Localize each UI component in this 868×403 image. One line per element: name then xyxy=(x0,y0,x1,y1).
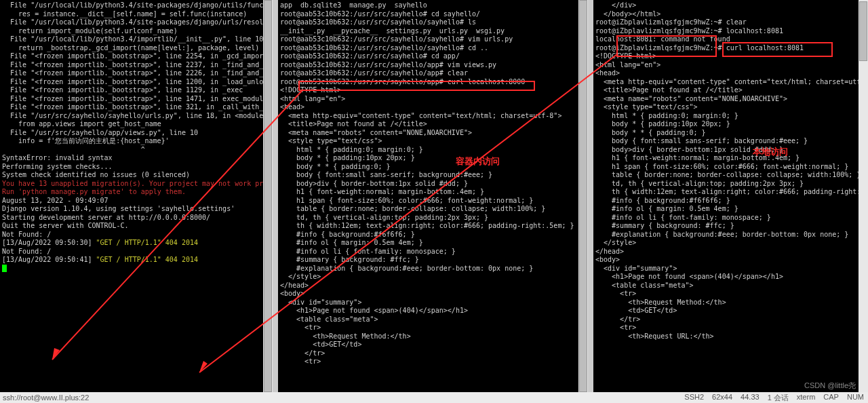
mid-line-3: __init__.py __pycache__ settings.py urls… xyxy=(280,27,586,36)
right-line-11: <title>Page not found at /</title> xyxy=(595,86,866,95)
status-num: NUM xyxy=(847,393,864,403)
scrollbar-right[interactable] xyxy=(859,0,868,392)
right-line-3: root@iZbplavlizmlqsfgjmc9hwZ:~# localhos… xyxy=(595,27,866,36)
left-line-8: File "<frozen importlib._bootstrap>", li… xyxy=(2,69,271,78)
mid-line-28: #info { background:#f6f6f6; } xyxy=(280,231,586,239)
right-line-20: h1 span { font-size:60%; color:#666; fon… xyxy=(595,163,866,172)
mid-line-4: root@aab53c10b632:/usr/src/sayhello/sayh… xyxy=(280,35,586,44)
left-line-19: Performing system checks... xyxy=(2,163,271,172)
mid-line-25: table { border:none; border-collapse: co… xyxy=(280,205,586,214)
mid-line-11: <!DOCTYPE html> xyxy=(280,86,586,95)
mid-line-39: <tr> xyxy=(280,324,586,332)
left-post-3: Starting development server at http://0.… xyxy=(2,214,271,223)
mid-line-15: <title>Page not found at /</title> xyxy=(280,120,586,129)
mid-line-35: <body> xyxy=(280,290,586,299)
left-line-7: File "<frozen importlib._bootstrap>", li… xyxy=(2,61,271,70)
status-sess: 1 会话 xyxy=(768,393,789,403)
mid-line-8: root@aab53c10b632:/usr/src/sayhello/app#… xyxy=(280,69,586,78)
cursor-line xyxy=(2,265,271,275)
mid-line-30: #info ol li { font-family: monospace; } xyxy=(280,248,586,256)
status-proto: SSH2 xyxy=(684,393,704,403)
mid-line-37: <h1>Page not found <span>(404)</span></h… xyxy=(280,307,586,315)
status-rc: 44.33 xyxy=(741,393,760,403)
right-line-19: h1 { font-weight:normal; margin-bottom:.… xyxy=(595,154,866,163)
mid-line-26: td, th { vertical-align:top; padding:2px… xyxy=(280,214,586,223)
mid-line-31: #summary { background: #ffc; } xyxy=(280,256,586,265)
terminal-right[interactable]: </div> </body></html>root@iZbplavlizmlqs… xyxy=(593,0,868,392)
left-line-6: File "<frozen importlib._bootstrap>", li… xyxy=(2,52,271,61)
scrollbar-middle[interactable] xyxy=(578,0,588,392)
mid-line-32: #explanation { background:#eee; border-b… xyxy=(280,265,586,273)
right-line-39: <tr> xyxy=(595,324,866,332)
status-connection: ssh://root@www.II.plus:22 xyxy=(0,394,89,402)
right-line-13: <style type="text/css"> xyxy=(595,103,866,112)
left-line-3: return import_module(self.urlconf_name) xyxy=(2,27,271,36)
mid-line-20: body * * { padding:0; } xyxy=(280,163,586,172)
right-line-38: </tr> xyxy=(595,315,866,324)
right-line-1: </body></html> xyxy=(595,10,866,19)
right-line-31: <body> xyxy=(595,256,866,265)
mid-line-43: <tr> xyxy=(280,358,586,366)
left-line-21: System check identified no issues (0 sil… xyxy=(2,171,271,180)
right-line-0: </div> xyxy=(595,1,866,10)
request-log-1: [13/Aug/2022 09:50:30] "GET / HTTP/1.1" … xyxy=(2,239,271,248)
status-pos: 62x44 xyxy=(712,393,732,403)
right-line-8: <html lang="en"> xyxy=(595,61,866,70)
right-line-37: <td>GET</td> xyxy=(595,307,866,315)
left-line-4: File "/usr/local/lib/python3.4/importlib… xyxy=(2,35,271,44)
right-line-33: <h1>Page not found <span>(404)</span></h… xyxy=(595,273,866,282)
right-line-34: <table class="meta"> xyxy=(595,282,866,290)
right-line-28: #explanation { background:#eee; border-b… xyxy=(595,231,866,239)
terminal-middle[interactable]: app db.sqlite3 manage.py sayhelloroot@aa… xyxy=(278,0,593,392)
left-line-5: return _bootstrap._gcd_import(name[level… xyxy=(2,44,271,53)
not-found-2: Not Found: / xyxy=(2,248,271,256)
right-line-23: th { width:12em; text-align:right; color… xyxy=(595,188,866,197)
mid-line-9: root@aab53c10b632:/usr/src/sayhello/app#… xyxy=(280,78,586,87)
right-line-22: td, th { vertical-align:top; padding:2px… xyxy=(595,180,866,189)
mid-line-0: app db.sqlite3 manage.py sayhello xyxy=(280,1,586,10)
mid-line-2: root@aab53c10b632:/usr/src/sayhello/sayh… xyxy=(280,18,586,27)
mid-line-5: root@aab53c10b632:/usr/src/sayhello/sayh… xyxy=(280,44,586,53)
mid-line-17: <style type="text/css"> xyxy=(280,137,586,146)
mid-line-12: <html lang="en"> xyxy=(280,95,586,104)
left-line-10: File "<frozen importlib._bootstrap>", li… xyxy=(2,86,271,95)
right-line-9: <head> xyxy=(595,69,866,78)
right-line-24: #info { background:#f6f6f6; } xyxy=(595,197,866,206)
right-line-30: </head> xyxy=(595,248,866,256)
left-line-12: File "<frozen importlib._bootstrap>", li… xyxy=(2,103,271,112)
left-post-5: Not Found: / xyxy=(2,231,271,239)
right-line-27: #summary { background: #ffc; } xyxy=(595,222,866,231)
right-line-12: <meta name="robots" content="NONE,NOARCH… xyxy=(595,95,866,104)
right-line-35: <tr> xyxy=(595,290,866,299)
mid-line-29: #info ol { margin: 0.5em 4em; } xyxy=(280,239,586,248)
watermark: CSDN @little尧 xyxy=(804,381,856,391)
left-line-0: File "/usr/local/lib/python3.4/site-pack… xyxy=(2,1,271,10)
mid-line-38: <table class="meta"> xyxy=(280,315,586,324)
left-line-2: File "/usr/local/lib/python3.4/site-pack… xyxy=(2,18,271,27)
django-migrate-hint: Run 'python manage.py migrate' to apply … xyxy=(2,188,271,197)
right-line-21: table { border:none; border-collapse: co… xyxy=(595,171,866,180)
right-line-29: </style> xyxy=(595,239,866,248)
django-migrate-warning: You have 13 unapplied migration(s). Your… xyxy=(2,180,271,189)
right-line-40: <th>Request URL:</th> xyxy=(595,332,866,341)
left-line-16: info = f'您当前访问的主机是:{host_name}' xyxy=(2,137,271,146)
left-line-13: File "/usr/src/sayhello/sayhello/urls.py… xyxy=(2,112,271,121)
right-line-5: root@iZbplavlizmlqsfgjmc9hwZ:~# curl loc… xyxy=(595,44,866,53)
mid-line-6: root@aab53c10b632:/usr/src/sayhello# cd … xyxy=(280,52,586,61)
right-line-10: <meta http-equiv="content-type" content=… xyxy=(595,78,866,87)
left-line-11: File "<frozen importlib._bootstrap>", li… xyxy=(2,95,271,104)
right-line-17: body { font:small sans-serif; background… xyxy=(595,137,866,146)
request-log-2: [13/Aug/2022 09:50:41] "GET / HTTP/1.1" … xyxy=(2,256,271,265)
mid-line-13: <head> xyxy=(280,103,586,112)
terminal-left[interactable]: File "/usr/local/lib/python3.4/site-pack… xyxy=(0,0,278,392)
status-cap: CAP xyxy=(823,393,839,403)
mid-line-40: <th>Request Method:</th> xyxy=(280,332,586,341)
scrollbar-left[interactable] xyxy=(263,0,273,392)
mid-line-16: <meta name="robots" content="NONE,NOARCH… xyxy=(280,129,586,138)
left-post-2: Django version 1.10.4, using settings 's… xyxy=(2,205,271,214)
right-line-14: html * { padding:0; margin:0; } xyxy=(595,112,866,121)
left-post-4: Quit the server with CONTROL-C. xyxy=(2,222,271,231)
right-line-25: #info ol { margin: 0.5em 4em; } xyxy=(595,205,866,214)
mid-line-14: <meta http-equiv="content-type" content=… xyxy=(280,112,586,121)
left-line-9: File "<frozen importlib._bootstrap>", li… xyxy=(2,78,271,87)
